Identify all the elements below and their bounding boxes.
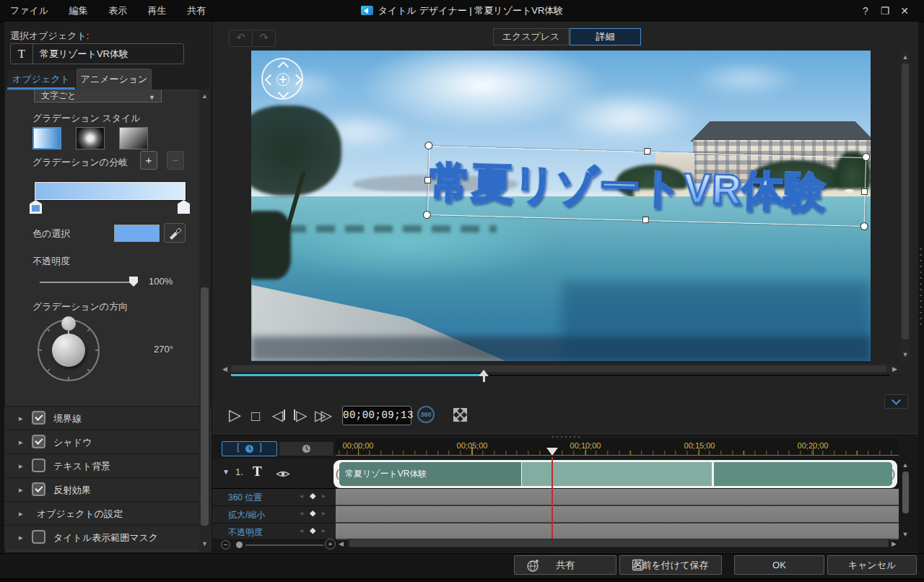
expand-icon[interactable]: ▸ — [19, 414, 23, 423]
add-stop-button[interactable]: + — [140, 151, 157, 170]
cancel-button[interactable]: キャンセル — [827, 555, 917, 575]
keyframe-row-scale[interactable]: 拡大/縮小 ◂ ◆ ▸ — [212, 506, 336, 524]
expand-icon[interactable]: ▸ — [19, 485, 23, 495]
title-clip[interactable]: ( 常夏リゾートVR体験 ) — [334, 460, 897, 488]
keyframe-row-360-position[interactable]: 360 位置 ◂ ◆ ▸ — [212, 489, 336, 506]
share-button[interactable]: 共有 — [514, 555, 616, 575]
timeline-zoom-slider-thumb[interactable] — [236, 542, 243, 548]
expand-icon[interactable]: ▸ — [19, 509, 23, 518]
resize-handle-s[interactable] — [642, 217, 649, 223]
dial-center-knob[interactable] — [52, 334, 85, 367]
color-swatch[interactable] — [114, 225, 160, 242]
resize-handle-n[interactable] — [644, 148, 650, 155]
reflection-checkbox[interactable] — [32, 482, 45, 496]
add-keyframe-icon[interactable]: ◆ — [310, 508, 315, 518]
collapse-panel-button[interactable] — [884, 394, 908, 409]
timeline-mode-duration-button[interactable]: [ ] — [222, 441, 277, 456]
fullscreen-button[interactable] — [450, 405, 470, 425]
view-360-toggle[interactable]: 360 — [417, 406, 435, 423]
title-mask-checkbox[interactable] — [32, 530, 45, 544]
playhead-line[interactable] — [552, 457, 553, 540]
timeline-zoom-out-button[interactable]: − — [221, 540, 230, 550]
scroll-up-icon[interactable]: ▲ — [901, 53, 910, 61]
eyedropper-button[interactable] — [164, 223, 186, 243]
timeline-vscrollbar-thumb[interactable] — [902, 472, 909, 513]
opacity-slider[interactable] — [40, 282, 135, 283]
stop-button[interactable]: □ — [251, 407, 260, 425]
pan-right-icon[interactable] — [291, 74, 302, 86]
tab-object[interactable]: オブジェクト — [7, 70, 75, 90]
shadow-checkbox[interactable] — [32, 435, 45, 448]
play-button[interactable]: ▷ — [229, 406, 241, 425]
maximize-button[interactable]: ❐ — [876, 0, 894, 22]
pan-left-icon[interactable] — [265, 74, 276, 86]
next-frame-button[interactable]: ▷ — [294, 406, 307, 425]
selected-object-field[interactable]: T 常夏リゾートVR体験 — [10, 43, 184, 64]
prev-keyframe-icon[interactable]: ◂ — [300, 526, 303, 534]
border-checkbox[interactable] — [32, 411, 45, 425]
add-keyframe-icon[interactable]: ◆ — [310, 491, 315, 500]
scroll-up-icon[interactable]: ▲ — [200, 92, 209, 100]
keyframe-row-opacity[interactable]: 不透明度 ◂ ◆ ▸ — [212, 524, 336, 540]
preview-hscrollbar-thumb[interactable] — [231, 365, 886, 372]
clip-segment-mid[interactable] — [522, 462, 712, 486]
timeline-resize-grip[interactable] — [552, 436, 581, 438]
clip-segment-out[interactable] — [714, 462, 892, 486]
undo-button[interactable]: ↶ — [229, 30, 253, 47]
section-reflection[interactable]: ▸ 反射効果 — [4, 477, 212, 502]
preview-video[interactable]: 常夏リゾートVR体験 常夏リゾートVR体験 — [251, 51, 871, 361]
remove-stop-button[interactable]: − — [167, 151, 184, 170]
tab-express[interactable]: エクスプレス — [493, 28, 569, 45]
scroll-up-icon[interactable]: ▲ — [901, 461, 910, 469]
section-border[interactable]: ▸ 境界線 — [4, 406, 212, 430]
preview-vscrollbar-thumb[interactable] — [902, 64, 909, 339]
save-as-button[interactable]: 名前を付けて保存 — [619, 555, 722, 575]
title-text[interactable]: 常夏リゾートVR体験 — [429, 155, 827, 220]
help-button[interactable]: ? — [856, 0, 875, 22]
expand-icon[interactable]: ▸ — [19, 438, 23, 447]
keyframe-lane[interactable] — [336, 524, 899, 540]
collapse-track-icon[interactable]: ▼ — [222, 468, 230, 476]
scroll-down-icon[interactable]: ▼ — [200, 540, 209, 547]
timeline-hscrollbar-thumb[interactable] — [349, 539, 888, 547]
pan-up-icon[interactable] — [278, 61, 289, 73]
scroll-down-icon[interactable]: ▼ — [901, 531, 910, 538]
expand-icon[interactable]: ▸ — [19, 533, 23, 542]
tab-detail[interactable]: 詳細 — [570, 28, 641, 45]
timeline-mode-time-button[interactable] — [279, 441, 334, 456]
playhead-marker[interactable] — [546, 448, 558, 456]
scroll-right-icon[interactable]: ▶ — [892, 540, 897, 547]
gradient-style-radial-button[interactable] — [76, 127, 105, 149]
scroll-right-icon[interactable]: ▶ — [892, 365, 897, 373]
add-keyframe-icon[interactable]: ◆ — [310, 526, 315, 535]
expand-icon[interactable]: ▸ — [19, 461, 23, 471]
next-keyframe-icon[interactable]: ▸ — [322, 492, 326, 500]
keyframe-lane[interactable] — [336, 489, 899, 506]
scroll-left-icon[interactable]: ◀ — [339, 540, 344, 547]
next-keyframe-icon[interactable]: ▸ — [322, 509, 326, 517]
pan-down-icon[interactable] — [278, 87, 289, 99]
scroll-down-icon[interactable]: ▼ — [901, 351, 910, 358]
gradient-style-linear-button[interactable] — [32, 127, 61, 149]
title-object[interactable]: 常夏リゾートVR体験 — [427, 146, 866, 227]
section-title-mask[interactable]: ▸ タイトル表示範囲マスク — [4, 525, 212, 550]
window-edge-grip[interactable] — [920, 246, 922, 325]
track-header[interactable]: ▼ 1. T — [212, 459, 336, 489]
gradient-style-diagonal-button[interactable] — [119, 127, 148, 149]
section-object-settings[interactable]: ▸ オブジェクトの設定 — [4, 501, 212, 526]
text-background-checkbox[interactable] — [32, 459, 45, 472]
timecode-field[interactable]: 00;00;09;13 — [342, 406, 411, 425]
close-button[interactable]: ✕ — [895, 0, 914, 22]
section-shadow[interactable]: ▸ シャドウ — [4, 430, 212, 454]
prev-keyframe-icon[interactable]: ◂ — [300, 509, 303, 517]
resize-handle-e[interactable] — [861, 188, 868, 195]
apply-mode-dropdown[interactable]: 文字ごと ▼ — [34, 90, 162, 103]
timeline-zoom-in-button[interactable]: + — [325, 539, 336, 550]
fast-forward-button[interactable]: ▷▷ — [315, 406, 327, 425]
pan-360-control[interactable] — [261, 58, 303, 100]
scroll-left-icon[interactable]: ◀ — [222, 365, 227, 373]
seek-thumb[interactable] — [479, 370, 489, 376]
tab-animation[interactable]: アニメーション — [77, 69, 152, 90]
pan-center-icon[interactable] — [276, 73, 289, 86]
section-text-background[interactable]: ▸ テキスト背景 — [4, 453, 212, 478]
